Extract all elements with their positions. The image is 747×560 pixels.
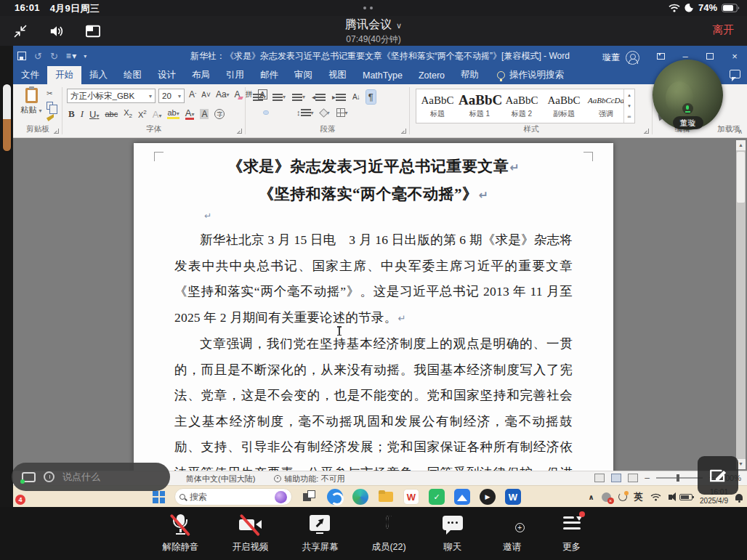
sync-status-icon[interactable] bbox=[618, 492, 627, 501]
account-avatar-icon[interactable] bbox=[626, 51, 639, 65]
style-subtitle[interactable]: AaBbC 副标题 bbox=[543, 89, 585, 123]
enclose-characters-icon[interactable]: 字 bbox=[214, 109, 225, 119]
taskbar-search-input[interactable]: 搜索 bbox=[174, 488, 292, 506]
paragraph-dialog-launcher-icon[interactable] bbox=[401, 129, 406, 134]
app-icon-blue-ring[interactable] bbox=[327, 489, 343, 505]
style-emphasis[interactable]: AaBbCcDa 强调 bbox=[585, 89, 627, 123]
underline-icon[interactable]: U▾ bbox=[89, 109, 99, 120]
word-app-icon[interactable]: W bbox=[505, 489, 521, 505]
members-button[interactable]: 成员(22) bbox=[371, 514, 405, 553]
line-spacing-icon[interactable]: ↕▾ bbox=[296, 108, 314, 117]
leave-meeting-button[interactable]: 离开 bbox=[712, 23, 734, 37]
borders-icon[interactable]: ▾ bbox=[336, 108, 348, 117]
zoom-out-button[interactable]: – bbox=[645, 473, 650, 483]
tab-home[interactable]: 开始 bbox=[47, 66, 81, 84]
app-icon-green[interactable]: ✓ bbox=[429, 489, 445, 505]
tab-design[interactable]: 设计 bbox=[150, 66, 184, 84]
annotation-button[interactable] bbox=[698, 456, 738, 495]
align-left-icon[interactable] bbox=[253, 111, 257, 114]
cut-icon[interactable]: ✂ bbox=[47, 89, 54, 97]
tab-view[interactable]: 视图 bbox=[320, 66, 355, 84]
sidebar-handle[interactable] bbox=[3, 84, 11, 151]
zoom-slider[interactable] bbox=[656, 477, 703, 479]
start-video-button[interactable]: 开启视频 bbox=[232, 514, 268, 553]
document-scrollbar[interactable]: ▲ ▼ bbox=[736, 140, 746, 469]
tray-volume-icon[interactable] bbox=[669, 495, 672, 500]
shrink-font-icon[interactable]: A˅ bbox=[201, 91, 211, 99]
document-page[interactable]: 《求是》杂志发表习近平总书记重要文章↵ 《坚持和落实“两个毫不动摇”》↵ ↵ 新… bbox=[134, 143, 613, 471]
scroll-up-icon[interactable]: ▲ bbox=[736, 140, 746, 150]
highlight-color-icon[interactable]: ab▾ bbox=[167, 109, 179, 119]
text-effects-icon[interactable]: A▾ bbox=[153, 109, 162, 120]
more-button[interactable]: 更多 bbox=[559, 514, 585, 553]
chat-button[interactable]: 聊天 bbox=[440, 514, 466, 553]
tray-error-badge-icon[interactable] bbox=[602, 492, 611, 502]
read-mode-icon[interactable] bbox=[594, 474, 605, 482]
invite-button[interactable]: + 邀请 bbox=[499, 514, 525, 553]
font-size-select[interactable]: 20▾ bbox=[158, 89, 185, 103]
styles-dialog-launcher-icon[interactable] bbox=[644, 129, 649, 134]
clipboard-dialog-launcher-icon[interactable] bbox=[54, 129, 59, 134]
media-player-icon[interactable]: ▶ bbox=[480, 489, 496, 505]
show-paragraph-marks-icon[interactable]: ¶ bbox=[366, 90, 376, 104]
tab-mathtype[interactable]: MathType bbox=[355, 66, 411, 84]
caption-pill[interactable]: 说点什么 bbox=[12, 463, 170, 491]
tab-zotero[interactable]: Zotero bbox=[411, 66, 453, 84]
account-name[interactable]: 璇董 bbox=[602, 52, 620, 64]
styles-gallery-scroll[interactable]: ▴▾≂ bbox=[623, 89, 634, 123]
web-layout-icon[interactable] bbox=[628, 474, 638, 482]
print-layout-icon[interactable] bbox=[611, 474, 621, 482]
character-shading-icon[interactable]: A bbox=[200, 109, 209, 119]
italic-icon[interactable]: I bbox=[81, 108, 84, 120]
multilevel-list-icon[interactable]: ▾ bbox=[292, 94, 305, 101]
unmute-button[interactable]: 解除静音 bbox=[162, 514, 198, 553]
ribbon-display-options-icon[interactable] bbox=[648, 46, 673, 66]
tab-review[interactable]: 审阅 bbox=[286, 66, 320, 84]
font-color-icon[interactable]: A▾ bbox=[185, 108, 195, 120]
change-case-icon[interactable]: Aa▾ bbox=[216, 89, 230, 100]
font-name-select[interactable]: 方正小标宋_GBK▾ bbox=[67, 89, 156, 103]
file-explorer-icon[interactable] bbox=[378, 489, 394, 505]
format-painter-icon[interactable] bbox=[47, 114, 54, 121]
tab-help[interactable]: 帮助 bbox=[453, 66, 487, 84]
style-heading2[interactable]: AaBbC 标题 2 bbox=[501, 89, 543, 123]
collapse-ribbon-icon[interactable]: ∧ bbox=[738, 128, 743, 135]
decrease-indent-icon[interactable]: ◂ bbox=[312, 93, 326, 101]
bold-icon[interactable]: B bbox=[68, 108, 75, 120]
numbering-icon[interactable]: ▾ bbox=[272, 94, 286, 101]
language-status[interactable]: 简体中文(中国大陆) bbox=[186, 474, 255, 484]
app-icon-blue-mountain[interactable] bbox=[454, 489, 470, 505]
edge-browser-icon[interactable] bbox=[352, 489, 368, 505]
bullets-icon[interactable]: ▾ bbox=[253, 94, 266, 101]
justify-icon[interactable] bbox=[286, 111, 290, 114]
scrollbar-thumb[interactable] bbox=[737, 152, 745, 203]
wps-office-icon[interactable]: W bbox=[403, 489, 419, 505]
align-right-icon[interactable] bbox=[275, 111, 279, 114]
tab-draw[interactable]: 绘图 bbox=[116, 66, 150, 84]
subscript-icon[interactable]: X2 bbox=[124, 108, 132, 119]
style-heading1[interactable]: AaBbC 标题 1 bbox=[459, 89, 501, 123]
grow-font-icon[interactable]: Aˆ bbox=[189, 89, 196, 100]
tell-me-search[interactable]: 操作说明搜索 bbox=[497, 66, 564, 84]
comments-icon[interactable] bbox=[730, 70, 740, 78]
style-heading[interactable]: AaBbC 标题 bbox=[416, 89, 459, 123]
hidden-icons-chevron[interactable]: ∧ bbox=[588, 493, 594, 501]
sort-icon[interactable]: A↓ bbox=[352, 93, 360, 101]
ime-indicator[interactable]: 英 bbox=[634, 491, 644, 503]
tray-battery-icon[interactable] bbox=[679, 494, 693, 500]
tab-layout[interactable]: 布局 bbox=[184, 66, 218, 84]
close-window-button[interactable]: × bbox=[722, 46, 747, 66]
increase-indent-icon[interactable]: ▸ bbox=[332, 93, 346, 101]
webcam-overlay[interactable]: 董璇 bbox=[653, 60, 723, 130]
tab-insert[interactable]: 插入 bbox=[81, 66, 116, 84]
strikethrough-icon[interactable]: abc bbox=[105, 110, 118, 118]
copy-icon[interactable] bbox=[47, 102, 53, 110]
tab-references[interactable]: 引用 bbox=[218, 66, 252, 84]
tab-file[interactable]: 文件 bbox=[13, 66, 47, 84]
superscript-icon[interactable]: X2 bbox=[138, 109, 147, 119]
task-view-icon[interactable] bbox=[302, 489, 318, 505]
paste-button[interactable]: 粘贴 ▾ bbox=[19, 88, 44, 115]
accessibility-status[interactable]: 辅助功能: 不可用 bbox=[274, 474, 344, 484]
tab-mailings[interactable]: 邮件 bbox=[252, 66, 286, 84]
font-dialog-launcher-icon[interactable] bbox=[237, 129, 242, 134]
